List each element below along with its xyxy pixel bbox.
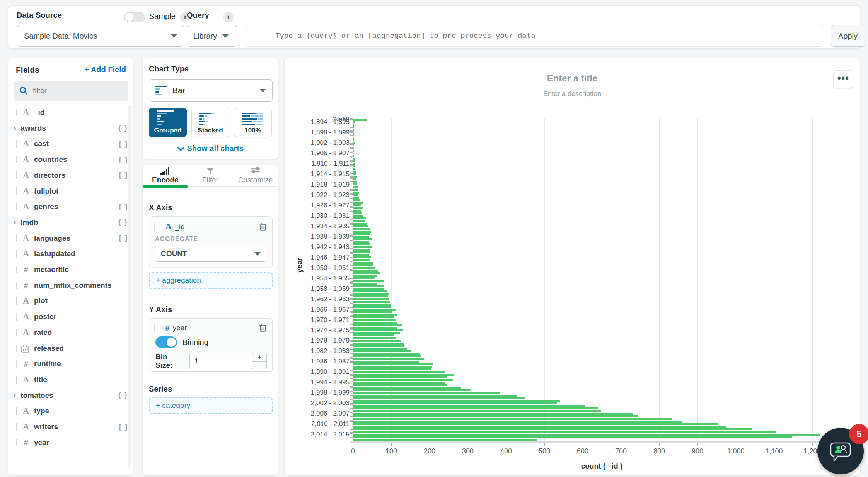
field-row-languages[interactable]: Alanguages[ ] <box>14 231 128 246</box>
drag-handle-icon[interactable] <box>154 324 157 332</box>
tab-encode[interactable]: Encode <box>143 165 188 186</box>
binning-toggle[interactable] <box>155 336 177 348</box>
bin-size-increment-button[interactable]: + <box>252 353 267 362</box>
field-row-cast[interactable]: Acast[ ] <box>14 136 128 151</box>
field-row-metacritic[interactable]: #metacritic <box>14 262 128 277</box>
sample-toggle[interactable] <box>124 12 145 22</box>
y-tick-label: 1,966 - 1,967 <box>272 306 350 314</box>
field-row-num_mflix_comments[interactable]: #num_mflix_comments <box>14 278 128 293</box>
bar <box>353 407 598 409</box>
tab-filter[interactable]: Filter <box>188 165 233 186</box>
chart-description-placeholder[interactable]: Enter a description <box>285 90 860 98</box>
drag-handle-icon[interactable] <box>14 282 17 289</box>
y-tick-label: 1,918 - 1,919 <box>272 181 350 188</box>
tab-customize[interactable]: Customize <box>233 165 278 186</box>
bar <box>353 147 354 149</box>
add-category-button[interactable]: + category <box>149 397 273 414</box>
field-row-fullplot[interactable]: Afullplot <box>14 183 128 199</box>
chevron-right-icon[interactable]: › <box>14 390 16 400</box>
query-input[interactable] <box>246 25 823 47</box>
field-row-runtime[interactable]: #runtime <box>14 356 128 372</box>
field-container-badge: [ ] <box>119 156 128 164</box>
add-field-button[interactable]: + Add Field <box>84 65 126 74</box>
field-filter-box[interactable] <box>14 81 128 101</box>
field-row-writers[interactable]: Awriters[ ] <box>14 419 128 435</box>
data-source-label: Data Source <box>17 11 62 20</box>
drag-handle-icon[interactable] <box>14 345 17 352</box>
toggle-knob <box>125 13 134 22</box>
bar <box>353 293 389 295</box>
drag-handle-icon[interactable] <box>14 439 17 446</box>
field-row-rated[interactable]: Arated <box>14 325 128 340</box>
field-row-title[interactable]: Atitle <box>14 372 128 387</box>
bar <box>353 322 397 324</box>
bar <box>353 439 537 441</box>
aggregate-select[interactable]: COUNT <box>155 246 266 262</box>
chevron-right-icon[interactable]: › <box>14 217 16 227</box>
drag-handle-icon[interactable] <box>14 329 17 336</box>
drag-handle-icon[interactable] <box>14 109 17 116</box>
field-container-badge: [ ] <box>119 140 128 148</box>
field-row-lastupdated[interactable]: Alastupdated <box>14 246 128 261</box>
bin-size-decrement-button[interactable]: – <box>252 362 267 369</box>
variant-stacked[interactable]: Stacked <box>191 108 229 137</box>
drag-handle-icon[interactable] <box>14 313 17 321</box>
field-container-badge: [ ] <box>119 171 128 179</box>
gridline <box>851 118 851 441</box>
fields-list: A_id›awards{ }Acast[ ]Acountries[ ]Adire… <box>8 105 129 472</box>
add-aggregation-button[interactable]: + aggregation <box>149 272 273 289</box>
query-info-icon[interactable]: i <box>223 12 234 22</box>
drag-handle-icon[interactable] <box>154 223 157 231</box>
field-row-type[interactable]: Atype <box>14 403 128 419</box>
drag-handle-icon[interactable] <box>14 156 17 163</box>
field-row-imdb[interactable]: ›imdb{ } <box>14 215 128 230</box>
field-row-poster[interactable]: Aposter <box>14 309 128 324</box>
drag-handle-icon[interactable] <box>14 203 17 210</box>
fields-scrollbar[interactable] <box>128 105 131 468</box>
data-source-select[interactable]: Sample Data: Movies <box>17 25 184 47</box>
drag-handle-icon[interactable] <box>14 171 17 179</box>
field-filter-input[interactable] <box>33 87 110 95</box>
show-all-charts-link[interactable]: Show all charts <box>143 144 278 153</box>
field-row-year[interactable]: #year <box>14 435 128 450</box>
bar-chart-icon <box>155 86 167 95</box>
drag-handle-icon[interactable] <box>14 297 17 305</box>
field-row-released[interactable]: released <box>14 341 128 356</box>
drag-handle-icon[interactable] <box>14 266 17 273</box>
chevron-right-icon[interactable]: › <box>14 123 16 133</box>
variant-grouped[interactable]: Grouped <box>149 108 187 137</box>
x-tick-mark <box>506 443 506 446</box>
chart-type-select[interactable]: Bar <box>149 79 273 102</box>
field-row-awards[interactable]: ›awards{ } <box>14 121 128 136</box>
field-row-_id[interactable]: A_id <box>14 105 128 120</box>
y-tick-label: 1,906 - 1,907 <box>272 149 350 157</box>
bar <box>353 267 375 269</box>
drag-handle-icon[interactable] <box>14 234 17 242</box>
drag-handle-icon[interactable] <box>14 187 17 195</box>
library-dropdown[interactable]: Library <box>187 25 237 47</box>
number-type-icon: # <box>165 323 170 333</box>
y-tick-label: 1,946 - 1,947 <box>272 254 350 261</box>
bar <box>353 426 726 428</box>
drag-handle-icon[interactable] <box>14 376 17 384</box>
field-row-plot[interactable]: Aplot <box>14 293 128 309</box>
drag-handle-icon[interactable] <box>14 423 17 431</box>
trash-icon[interactable] <box>259 222 267 231</box>
apply-button[interactable]: Apply <box>831 25 865 47</box>
drag-handle-icon[interactable] <box>14 140 17 148</box>
field-row-directors[interactable]: Adirectors[ ] <box>14 168 128 183</box>
variant-100[interactable]: 100% <box>234 108 272 137</box>
calendar-icon <box>21 345 29 353</box>
field-row-genres[interactable]: Agenres[ ] <box>14 199 128 214</box>
x-tick-label: 900 <box>682 447 713 455</box>
drag-handle-icon[interactable] <box>14 407 17 415</box>
trash-icon[interactable] <box>259 324 267 332</box>
chart-title-placeholder[interactable]: Enter a title <box>285 73 860 84</box>
y-tick-label: 1,934 - 1,935 <box>272 222 350 230</box>
field-row-countries[interactable]: Acountries[ ] <box>14 152 128 167</box>
toggle-knob <box>167 338 176 347</box>
field-row-tomatoes[interactable]: ›tomatoes{ } <box>14 388 128 403</box>
drag-handle-icon[interactable] <box>14 360 17 368</box>
chart-menu-button[interactable]: ••• <box>833 70 853 88</box>
drag-handle-icon[interactable] <box>14 250 17 258</box>
